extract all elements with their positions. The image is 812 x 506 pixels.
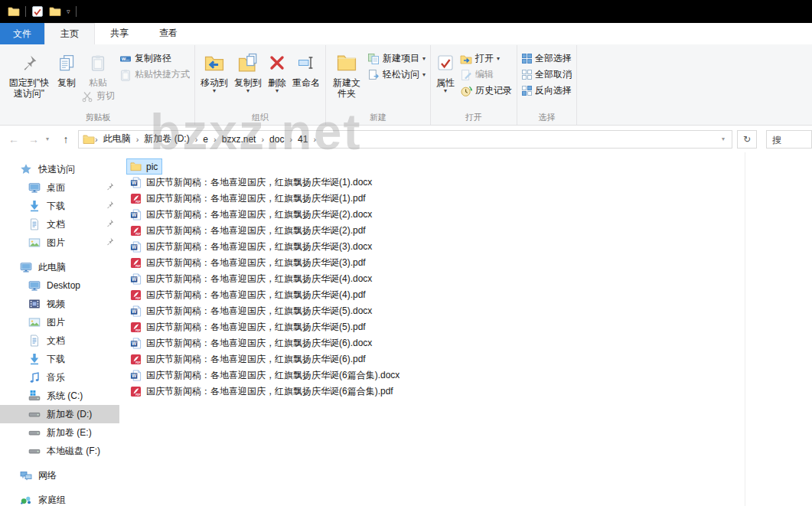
cut-button[interactable]: 剪切 bbox=[79, 88, 117, 104]
sidebar-item-drive-d[interactable]: 新加卷 (D:) bbox=[0, 405, 119, 423]
sidebar-item-homegroup[interactable]: 家庭组 bbox=[0, 491, 119, 506]
file-row[interactable]: 国庆节新闻稿：各地喜迎国庆，红旗飘扬庆华诞(6篇合集).docx bbox=[126, 367, 404, 384]
new-item-icon bbox=[367, 53, 380, 65]
file-row[interactable]: 国庆节新闻稿：各地喜迎国庆，红旗飘扬庆华诞(6).docx bbox=[126, 335, 377, 351]
copy-path-button[interactable]: 复制路径 bbox=[117, 51, 192, 67]
sidebar-item-pictures-pinned[interactable]: 图片 bbox=[0, 233, 119, 252]
file-row[interactable]: 国庆节新闻稿：各地喜迎国庆，红旗飘扬庆华诞(1).docx bbox=[126, 175, 377, 191]
address-dropdown-icon[interactable]: ▾ bbox=[722, 135, 729, 142]
file-name: 国庆节新闻稿：各地喜迎国庆，红旗飘扬庆华诞(5).docx bbox=[146, 305, 372, 318]
search-input[interactable]: 搜 bbox=[766, 130, 812, 149]
easy-access-button[interactable]: 轻松访问 ▾ bbox=[365, 67, 428, 83]
sidebar-item-drive-c[interactable]: 系统 (C:) bbox=[0, 387, 119, 405]
history-button[interactable]: 历史记录 bbox=[458, 83, 514, 99]
sidebar-item-pictures[interactable]: 图片 bbox=[0, 313, 119, 331]
tab-view[interactable]: 查看 bbox=[144, 23, 193, 44]
file-row[interactable]: 国庆节新闻稿：各地喜迎国庆，红旗飘扬庆华诞(2).pdf bbox=[126, 223, 370, 239]
select-none-button[interactable]: 全部取消 bbox=[520, 67, 574, 83]
breadcrumb-this-pc[interactable]: 此电脑 bbox=[98, 132, 136, 145]
edit-button[interactable]: 编辑 bbox=[458, 67, 514, 83]
pin-to-quick-access-button[interactable]: 固定到"快速访问" bbox=[4, 47, 54, 99]
address-bar[interactable]: › 此电脑 › 新加卷 (D:) › e › bzxz.net › doc › … bbox=[78, 130, 732, 149]
file-row[interactable]: 国庆节新闻稿：各地喜迎国庆，红旗飘扬庆华诞(5).pdf bbox=[126, 319, 370, 335]
sidebar-item-quick-access[interactable]: 快速访问 bbox=[0, 160, 119, 178]
file-name: 国庆节新闻稿：各地喜迎国庆，红旗飘扬庆华诞(1).pdf bbox=[146, 192, 366, 205]
select-all-label: 全部选择 bbox=[535, 52, 572, 65]
chevron-down-icon: ▾ bbox=[422, 57, 426, 61]
sidebar-item-videos[interactable]: 视频 bbox=[0, 295, 119, 313]
file-row[interactable]: 国庆节新闻稿：各地喜迎国庆，红旗飘扬庆华诞(1).pdf bbox=[126, 191, 370, 207]
quick-access-star-icon bbox=[20, 163, 32, 175]
new-folder-button[interactable]: 新建文件夹 bbox=[328, 47, 365, 99]
sidebar-item-music[interactable]: 音乐 bbox=[0, 368, 119, 387]
invert-selection-button[interactable]: 反向选择 bbox=[520, 83, 574, 99]
sidebar-item-desktop-pinned[interactable]: 桌面 bbox=[0, 178, 119, 197]
tab-share[interactable]: 共享 bbox=[95, 23, 144, 44]
copy-button[interactable]: 复制 bbox=[54, 47, 79, 88]
new-folder-shortcut-icon[interactable] bbox=[49, 5, 61, 18]
sidebar-item-downloads-pinned[interactable]: 下载 bbox=[0, 197, 119, 215]
sidebar-item-network[interactable]: 网络 bbox=[0, 466, 119, 485]
move-to-label: 移动到 bbox=[201, 77, 228, 88]
open-group-label: 打开 bbox=[433, 110, 514, 125]
ribbon: 固定到"快速访问" 复制 粘贴 剪切 复制路径 bbox=[0, 44, 812, 126]
sidebar-label: 桌面 bbox=[47, 181, 65, 194]
back-icon[interactable]: ← bbox=[6, 133, 21, 145]
up-icon[interactable]: ↑ bbox=[58, 133, 73, 145]
recent-locations-dropdown-icon[interactable]: ▾ bbox=[46, 135, 54, 142]
delete-button[interactable]: 删除 ▾ bbox=[265, 47, 289, 93]
quick-access-folder-icon[interactable] bbox=[8, 5, 20, 18]
file-row[interactable]: 国庆节新闻稿：各地喜迎国庆，红旗飘扬庆华诞(4).docx bbox=[126, 271, 377, 287]
sidebar-label: 音乐 bbox=[47, 371, 65, 384]
file-row-pic-folder[interactable]: pic bbox=[126, 158, 162, 175]
copy-to-button[interactable]: 复制到 ▾ bbox=[231, 47, 265, 93]
rename-button[interactable]: 重命名 bbox=[289, 47, 323, 88]
new-item-button[interactable]: 新建项目 ▾ bbox=[365, 51, 428, 67]
drive-icon bbox=[28, 445, 41, 457]
breadcrumb-bzxz-net[interactable]: bzxz.net bbox=[217, 134, 262, 145]
forward-icon[interactable]: → bbox=[26, 133, 41, 145]
sidebar-label: 此电脑 bbox=[38, 261, 66, 274]
breadcrumb-e[interactable]: e bbox=[197, 134, 214, 145]
tab-home[interactable]: 主页 bbox=[44, 23, 95, 44]
paste-shortcut-button[interactable]: 粘贴快捷方式 bbox=[117, 67, 192, 83]
sidebar-item-drive-f[interactable]: 本地磁盘 (F:) bbox=[0, 442, 119, 460]
file-row[interactable]: 国庆节新闻稿：各地喜迎国庆，红旗飘扬庆华诞(3).pdf bbox=[126, 255, 370, 271]
pin-icon bbox=[106, 237, 114, 246]
copy-to-label: 复制到 bbox=[234, 77, 262, 88]
file-row[interactable]: 国庆节新闻稿：各地喜迎国庆，红旗飘扬庆华诞(5).docx bbox=[126, 303, 377, 319]
properties-button[interactable]: 属性 ▾ bbox=[433, 47, 458, 93]
open-button[interactable]: 打开 ▾ bbox=[458, 51, 514, 67]
sidebar-label: 图片 bbox=[47, 316, 65, 329]
select-all-button[interactable]: 全部选择 bbox=[520, 51, 574, 67]
ribbon-group-clipboard: 固定到"快速访问" 复制 粘贴 剪切 复制路径 bbox=[2, 45, 195, 125]
select-none-label: 全部取消 bbox=[535, 68, 572, 81]
sidebar-label: 文档 bbox=[47, 335, 65, 348]
sidebar-item-this-pc[interactable]: 此电脑 bbox=[0, 258, 119, 276]
history-label: 历史记录 bbox=[475, 84, 512, 97]
properties-shortcut-icon[interactable] bbox=[31, 5, 44, 18]
sidebar-item-desktop[interactable]: Desktop bbox=[0, 276, 119, 295]
file-row[interactable]: 国庆节新闻稿：各地喜迎国庆，红旗飘扬庆华诞(6).pdf bbox=[126, 351, 370, 367]
file-name: 国庆节新闻稿：各地喜迎国庆，红旗飘扬庆华诞(6).pdf bbox=[146, 353, 366, 366]
refresh-button[interactable]: ↻ bbox=[737, 130, 757, 149]
file-row[interactable]: 国庆节新闻稿：各地喜迎国庆，红旗飘扬庆华诞(2).docx bbox=[126, 207, 377, 223]
sidebar-item-downloads[interactable]: 下载 bbox=[0, 350, 119, 368]
breadcrumb-drive-d[interactable]: 新加卷 (D:) bbox=[139, 132, 194, 145]
breadcrumb-41[interactable]: 41 bbox=[292, 134, 313, 145]
scissors-icon bbox=[81, 90, 93, 103]
file-row[interactable]: 国庆节新闻稿：各地喜迎国庆，红旗飘扬庆华诞(3).docx bbox=[126, 239, 377, 255]
system-drive-icon bbox=[28, 390, 41, 402]
file-row[interactable]: 国庆节新闻稿：各地喜迎国庆，红旗飘扬庆华诞(4).pdf bbox=[126, 287, 370, 303]
open-icon bbox=[460, 53, 472, 65]
desktop-icon bbox=[28, 279, 41, 292]
paste-button[interactable]: 粘贴 bbox=[79, 47, 117, 88]
file-row[interactable]: 国庆节新闻稿：各地喜迎国庆，红旗飘扬庆华诞(6篇合集).pdf bbox=[126, 384, 398, 400]
breadcrumb-doc[interactable]: doc bbox=[264, 134, 289, 145]
move-to-button[interactable]: 移动到 ▾ bbox=[197, 47, 231, 93]
quick-access-toolbar-dropdown-icon[interactable]: ▿ bbox=[67, 8, 70, 15]
sidebar-item-documents-pinned[interactable]: 文档 bbox=[0, 215, 119, 233]
sidebar-item-documents[interactable]: 文档 bbox=[0, 331, 119, 350]
sidebar-item-drive-e[interactable]: 新加卷 (E:) bbox=[0, 423, 119, 442]
file-menu-button[interactable]: 文件 bbox=[0, 23, 44, 44]
